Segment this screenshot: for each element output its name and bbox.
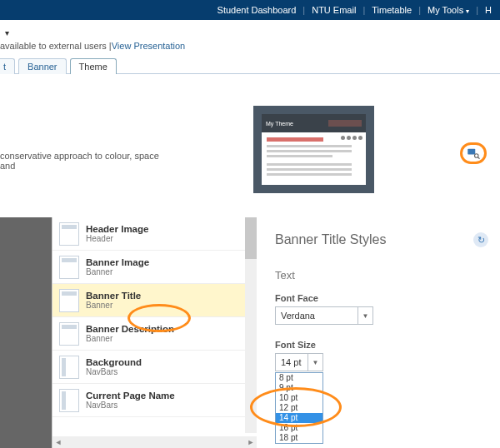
- item-subtitle: Banner: [86, 334, 174, 343]
- element-icon: [59, 289, 79, 312]
- font-size-option[interactable]: 9 pt: [276, 383, 322, 393]
- nav-student-dashboard[interactable]: Student Dashboard: [214, 5, 300, 15]
- chevron-down-icon: ▼: [358, 307, 372, 324]
- vertical-scrollbar[interactable]: [245, 217, 257, 433]
- properties-panel: ↻ Banner Title Styles Text Font Face Ver…: [257, 217, 500, 448]
- item-subtitle: Banner: [86, 267, 149, 276]
- item-title: Banner Description: [86, 324, 174, 334]
- view-presentation-link[interactable]: View Presentation: [112, 41, 185, 51]
- font-size-dropdown[interactable]: 8 pt9 pt10 pt12 pt14 pt16 pt18 pt: [275, 372, 323, 444]
- list-item[interactable]: Banner ImageBanner: [52, 251, 245, 284]
- item-title: Current Page Name: [86, 391, 175, 401]
- chevron-down-icon: ▼: [308, 354, 322, 371]
- font-size-option[interactable]: 16 pt: [276, 423, 322, 433]
- item-subtitle: NavBars: [86, 401, 175, 410]
- panel-title: Banner Title Styles: [275, 232, 482, 247]
- tab-truncated[interactable]: t: [0, 58, 15, 74]
- top-nav: Student Dashboard | NTU Email | Timetabl…: [0, 0, 500, 20]
- element-icon: [59, 356, 79, 379]
- item-title: Banner Image: [86, 257, 149, 267]
- theme-description: conservative approach to colour, space a…: [0, 151, 167, 171]
- magnifier-icon: [466, 146, 481, 161]
- preview-zoom-button[interactable]: [460, 142, 487, 164]
- font-size-option[interactable]: 12 pt: [276, 403, 322, 413]
- preview-sidebar: [0, 217, 52, 448]
- font-size-select[interactable]: 14 pt ▼: [275, 353, 323, 371]
- tab-theme[interactable]: Theme: [70, 58, 117, 74]
- element-icon: [59, 222, 79, 246]
- nav-separator: |: [359, 5, 368, 15]
- nav-separator: |: [415, 5, 424, 15]
- item-title: Background: [86, 357, 142, 367]
- element-icon: [59, 389, 79, 412]
- font-face-select[interactable]: Verdana ▼: [275, 306, 373, 325]
- svg-line-2: [478, 157, 479, 159]
- svg-rect-0: [468, 149, 475, 155]
- font-face-label: Font Face: [275, 293, 482, 303]
- section-text: Text: [275, 269, 482, 281]
- horizontal-scrollbar[interactable]: ◄►: [52, 436, 257, 448]
- item-subtitle: NavBars: [86, 367, 142, 376]
- tab-banner[interactable]: Banner: [18, 58, 66, 74]
- theme-area: conservative approach to colour, space a…: [0, 74, 500, 216]
- dropdown-toggle[interactable]: ▾: [5, 28, 500, 37]
- item-subtitle: Banner: [86, 301, 141, 310]
- font-size-label: Font Size: [275, 340, 482, 350]
- item-title: Header Image: [86, 224, 148, 234]
- element-icon: [59, 256, 79, 279]
- nav-timetable[interactable]: Timetable: [368, 5, 415, 15]
- refresh-button[interactable]: ↻: [473, 232, 488, 247]
- tabs: t Banner Theme: [0, 57, 500, 74]
- theme-thumbnail[interactable]: My Theme: [253, 106, 374, 193]
- nav-separator: |: [472, 5, 482, 15]
- nav-truncated[interactable]: H: [482, 5, 495, 15]
- font-size-option[interactable]: 8 pt: [276, 373, 322, 383]
- item-subtitle: Header: [86, 234, 148, 243]
- list-item[interactable]: Current Page NameNavBars: [52, 384, 245, 417]
- list-item[interactable]: Banner TitleBanner: [52, 284, 245, 317]
- element-list: Header ImageHeaderBanner ImageBannerBann…: [52, 217, 257, 448]
- element-icon: [59, 322, 79, 346]
- item-title: Banner Title: [86, 291, 141, 301]
- font-size-option[interactable]: 10 pt: [276, 393, 322, 403]
- nav-separator: |: [299, 5, 308, 15]
- editor-pane: Header ImageHeaderBanner ImageBannerBann…: [0, 217, 500, 448]
- availability-line: available to external users |View Presen…: [0, 41, 500, 51]
- list-item[interactable]: Header ImageHeader: [52, 217, 245, 251]
- list-item[interactable]: Banner DescriptionBanner: [52, 317, 245, 351]
- font-size-option[interactable]: 14 pt: [276, 413, 322, 423]
- nav-my-tools[interactable]: My Tools: [424, 5, 472, 15]
- list-item[interactable]: BackgroundNavBars: [52, 351, 245, 384]
- nav-ntu-email[interactable]: NTU Email: [308, 5, 359, 15]
- font-size-option[interactable]: 18 pt: [276, 433, 322, 443]
